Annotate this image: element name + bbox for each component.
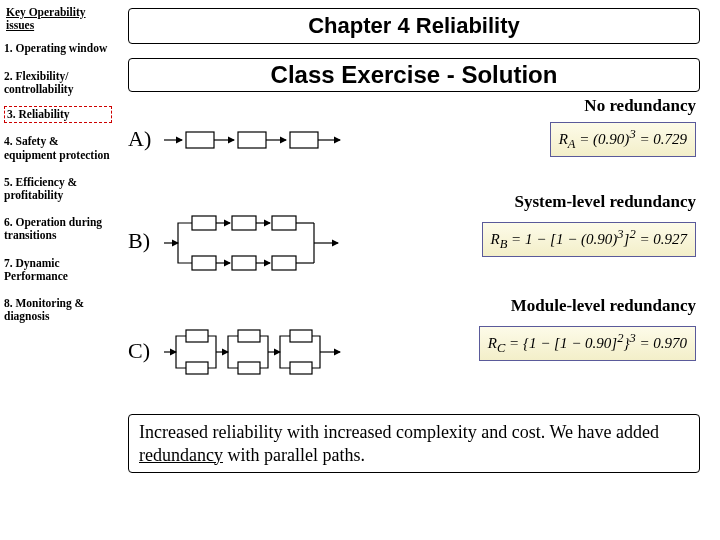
sidebar-item: 1. Operating window — [4, 38, 112, 65]
row-a-label: A) — [128, 126, 151, 152]
main-content: Chapter 4 Reliability Class Exercise - S… — [120, 0, 716, 540]
sidebar-header: Key Operability issues — [4, 4, 112, 38]
row-b: System-level redundancy B) — [120, 188, 716, 292]
svg-rect-1 — [186, 132, 214, 148]
row-c-desc: Module-level redundancy — [511, 296, 696, 316]
sidebar: Key Operability issues 1. Operating wind… — [4, 4, 112, 534]
svg-rect-28 — [290, 330, 312, 342]
svg-rect-8 — [192, 216, 216, 230]
row-a: No redundancy A) RA = (0.90)3 = 0.729 — [120, 102, 716, 182]
svg-rect-23 — [186, 362, 208, 374]
row-a-desc: No redundancy — [584, 96, 696, 116]
exercise-subtitle: Class Exercise - Solution — [128, 58, 700, 92]
diagram-system-redundancy — [164, 208, 384, 268]
svg-rect-18 — [272, 256, 296, 270]
svg-rect-10 — [232, 216, 256, 230]
svg-rect-14 — [192, 256, 216, 270]
sidebar-item-current: 3. Reliability — [4, 106, 112, 123]
svg-rect-22 — [186, 330, 208, 342]
sidebar-item: 7. Dynamic Performance — [4, 253, 112, 293]
diagram-no-redundancy — [164, 120, 384, 180]
footer-note: Increased reliability with increased com… — [128, 414, 700, 473]
formula-b: RB = 1 − [1 − (0.90)3]2 = 0.927 — [482, 222, 696, 257]
sidebar-item: 5. Efficiency & profitability — [4, 172, 112, 212]
diagram-module-redundancy — [164, 320, 384, 380]
sidebar-item: 8. Monitoring & diagnosis — [4, 293, 112, 333]
formula-a: RA = (0.90)3 = 0.729 — [550, 122, 696, 157]
row-b-label: B) — [128, 228, 150, 254]
svg-rect-25 — [238, 330, 260, 342]
row-b-desc: System-level redundancy — [515, 192, 697, 212]
svg-rect-3 — [238, 132, 266, 148]
svg-rect-26 — [238, 362, 260, 374]
svg-rect-16 — [232, 256, 256, 270]
svg-rect-29 — [290, 362, 312, 374]
row-c: Module-level redundancy C) — [120, 298, 716, 398]
chapter-title: Chapter 4 Reliability — [128, 8, 700, 44]
sidebar-item: 2. Flexibility/ controllability — [4, 66, 112, 106]
sidebar-item: 6. Operation during transitions — [4, 212, 112, 252]
row-c-label: C) — [128, 338, 150, 364]
svg-rect-12 — [272, 216, 296, 230]
svg-rect-5 — [290, 132, 318, 148]
footer-post: with parallel paths. — [223, 445, 365, 465]
sidebar-item: 4. Safety & equipment protection — [4, 131, 112, 171]
footer-pre: Increased reliability with increased com… — [139, 422, 659, 442]
footer-underline: redundancy — [139, 445, 223, 465]
formula-c: RC = {1 − [1 − 0.90]2}3 = 0.970 — [479, 326, 696, 361]
